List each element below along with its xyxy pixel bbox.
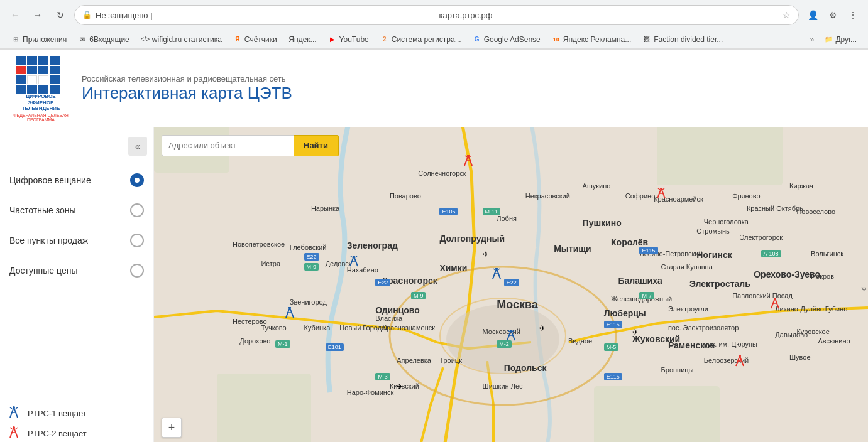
map-zoom-plus-button[interactable]: + bbox=[162, 418, 182, 438]
bookmark-faction-label: Faction divided tier... bbox=[654, 35, 723, 44]
sidebar-item-digital[interactable]: Цифровое вещание bbox=[6, 168, 147, 192]
folder-icon: 📁 bbox=[824, 35, 833, 44]
forward-button[interactable]: → bbox=[29, 6, 47, 24]
bookmark-wifigid-label: wifigid.ru статистика bbox=[152, 35, 222, 44]
sidebar-item-frequency[interactable]: Частотные зоны bbox=[6, 198, 147, 222]
tower-marker-1 bbox=[348, 256, 360, 271]
lock-icon: 🔓 bbox=[82, 11, 92, 19]
road-e115-2: E115 bbox=[604, 321, 622, 328]
svg-line-25 bbox=[355, 256, 357, 257]
menu-button[interactable]: ⋮ bbox=[844, 6, 862, 24]
svg-line-24 bbox=[351, 256, 353, 257]
svg-rect-18 bbox=[217, 374, 311, 442]
tower-red-icon bbox=[6, 426, 21, 441]
bookmark-star-icon[interactable]: ☆ bbox=[783, 10, 791, 20]
map-background: Москва Зеленоград Химки Долгопрудный Мыт… bbox=[154, 127, 868, 442]
tower-marker-6 bbox=[656, 188, 667, 203]
extensions-button[interactable]: ⚙ bbox=[824, 6, 842, 24]
tower-marker-7 bbox=[769, 298, 781, 313]
road-e115-3: E115 bbox=[604, 373, 622, 380]
address-bar[interactable]: 🔓 Не защищено | карта.ртрс.рф ☆ bbox=[74, 5, 799, 25]
svg-rect-17 bbox=[657, 127, 783, 185]
bookmark-youtube[interactable]: ▶ YouTube bbox=[323, 34, 374, 45]
svg-line-30 bbox=[493, 269, 495, 270]
browser-toolbar: ← → ↻ 🔓 Не защищено | карта.ртрс.рф ☆ 👤 … bbox=[0, 0, 868, 30]
rtrs2-label: РТРС-2 вещает bbox=[28, 429, 87, 438]
sidebar-legend: РТРС-1 вещает РТРС-2 вещает bbox=[6, 396, 147, 441]
svg-line-53 bbox=[662, 188, 664, 190]
radio-digital[interactable] bbox=[130, 173, 144, 187]
radio-prices[interactable] bbox=[130, 264, 144, 278]
road-m3: M-3 bbox=[375, 373, 390, 380]
schetchiki-icon: Я bbox=[233, 35, 242, 44]
svg-point-3 bbox=[13, 406, 15, 409]
bookmark-sistema[interactable]: 2 Система регистра... bbox=[375, 34, 466, 45]
legend-rtrs2: РТРС-2 вещает bbox=[6, 426, 147, 441]
map-search-button[interactable]: Найти bbox=[294, 135, 339, 156]
airport-marker-3: ✈ bbox=[632, 328, 639, 337]
bookmark-yandex-reklama[interactable]: 10 Яндекс Рекламна... bbox=[547, 34, 636, 45]
back-button[interactable]: ← bbox=[6, 6, 24, 24]
svg-line-46 bbox=[465, 156, 467, 157]
svg-line-47 bbox=[470, 156, 471, 157]
logo-area: ЦИФРОВОЕЭФИРНОЕТЕЛЕВИДЕНИЕ ФЕДЕРАЛЬНАЯ Ц… bbox=[13, 56, 69, 122]
road-a108: A-108 bbox=[761, 250, 781, 257]
sistema-icon: 2 bbox=[380, 35, 389, 44]
svg-line-11 bbox=[16, 428, 18, 429]
bookmark-apps[interactable]: ⊞ Приложения bbox=[6, 34, 72, 45]
svg-line-5 bbox=[16, 407, 18, 409]
svg-line-10 bbox=[10, 428, 12, 429]
collapse-sidebar-button[interactable]: « bbox=[128, 137, 147, 156]
sidebar-prices-label: Доступные цены bbox=[9, 266, 78, 276]
bookmark-other[interactable]: 📁 Друг... bbox=[819, 34, 862, 45]
bookmark-google-adsense[interactable]: G Google AdSense bbox=[468, 34, 546, 45]
legend-rtrs1: РТРС-1 вещает bbox=[6, 406, 147, 421]
bookmark-faction[interactable]: 🖼 Faction divided tier... bbox=[637, 34, 728, 45]
bookmark-6vhodyashie[interactable]: ✉ 6Входящие bbox=[73, 34, 135, 45]
road-e22-3: E22 bbox=[504, 279, 519, 286]
bookmark-sistema-label: Система регистра... bbox=[392, 35, 461, 44]
road-m11: M-11 bbox=[483, 208, 501, 215]
svg-line-37 bbox=[512, 330, 514, 332]
bookmark-schetchiki-label: Счётчики — Яндек... bbox=[244, 35, 317, 44]
page: ЦИФРОВОЕЭФИРНОЕТЕЛЕВИДЕНИЕ ФЕДЕРАЛЬНАЯ Ц… bbox=[0, 50, 868, 442]
content-area: « Цифровое вещание Частотные зоны Все пу… bbox=[0, 127, 868, 442]
road-e115-1: E115 bbox=[639, 247, 657, 254]
bookmark-youtube-label: YouTube bbox=[339, 35, 369, 44]
road-e101: E101 bbox=[326, 343, 344, 351]
map-search: Найти bbox=[162, 135, 339, 156]
sidebar-item-sales[interactable]: Все пункты продаж bbox=[6, 229, 147, 252]
airport-marker-1: ✈ bbox=[483, 250, 489, 259]
tower-marker-3 bbox=[505, 330, 517, 345]
toolbar-icons: 👤 ⚙ ⋮ bbox=[804, 6, 862, 24]
sidebar: « Цифровое вещание Частотные зоны Все пу… bbox=[0, 127, 154, 442]
yandex-reklama-icon: 10 bbox=[552, 35, 561, 44]
profile-button[interactable]: 👤 bbox=[804, 6, 821, 24]
rtrs1-label: РТРС-1 вещает bbox=[28, 409, 87, 418]
bookmark-adsense-label: Google AdSense bbox=[484, 35, 541, 44]
header-subtitle: Российская телевизионная и радиовещатель… bbox=[82, 74, 292, 84]
bookmark-wifigid[interactable]: </> wifigid.ru статистика bbox=[136, 34, 227, 45]
sidebar-frequency-label: Частотные зоны bbox=[9, 205, 76, 215]
map-area[interactable]: Москва Зеленоград Химки Долгопрудный Мыт… bbox=[154, 127, 868, 442]
reload-button[interactable]: ↻ bbox=[52, 6, 69, 24]
header-title: Интерактивная карта ЦЭТВ bbox=[82, 84, 292, 103]
faction-icon: 🖼 bbox=[642, 35, 651, 44]
browser-chrome: ← → ↻ 🔓 Не защищено | карта.ртрс.рф ☆ 👤 … bbox=[0, 0, 868, 50]
map-search-input[interactable] bbox=[162, 135, 294, 156]
road-m7: M-7 bbox=[639, 292, 654, 299]
header-text: Российская телевизионная и радиовещатель… bbox=[82, 74, 292, 103]
radio-frequency[interactable] bbox=[130, 203, 144, 217]
airport-marker-2: ✈ bbox=[539, 324, 546, 333]
svg-line-31 bbox=[498, 269, 500, 270]
sidebar-item-prices[interactable]: Доступные цены bbox=[6, 259, 147, 283]
more-bookmarks-button[interactable]: » bbox=[806, 34, 818, 45]
url-text: карта.ртрс.рф bbox=[439, 11, 779, 20]
road-m9-2: M-9 bbox=[411, 292, 426, 299]
address-bar-text: Не защищено | bbox=[96, 11, 436, 20]
sidebar-digital-label: Цифровое вещание bbox=[9, 175, 91, 185]
tower-marker-4 bbox=[284, 307, 295, 322]
tower-blue-icon bbox=[6, 406, 21, 421]
bookmark-schetchiki[interactable]: Я Счётчики — Яндек... bbox=[228, 34, 322, 45]
radio-sales[interactable] bbox=[130, 234, 144, 247]
